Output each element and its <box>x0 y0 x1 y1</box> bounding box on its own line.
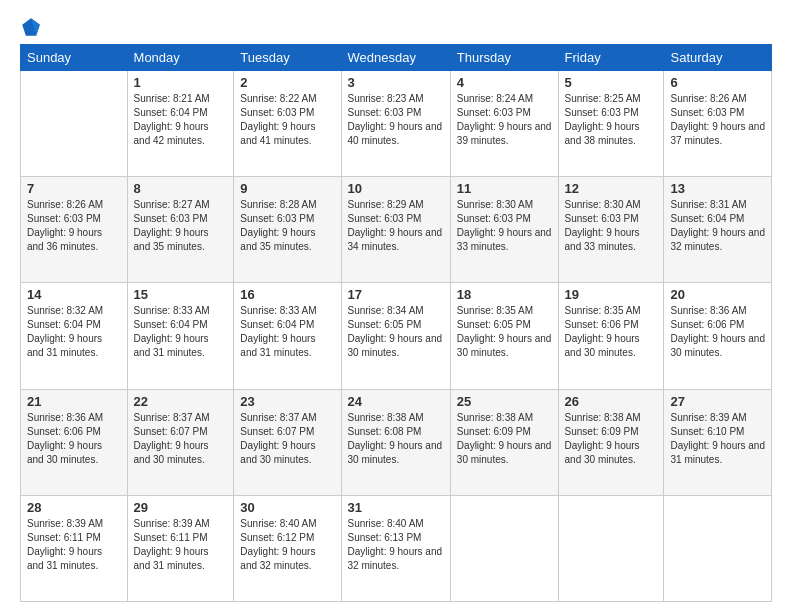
calendar-cell: 1Sunrise: 8:21 AMSunset: 6:04 PMDaylight… <box>127 71 234 177</box>
cell-day-number: 27 <box>670 394 765 409</box>
cell-info: Sunrise: 8:32 AMSunset: 6:04 PMDaylight:… <box>27 304 121 360</box>
calendar-cell: 29Sunrise: 8:39 AMSunset: 6:11 PMDayligh… <box>127 495 234 601</box>
cell-info: Sunrise: 8:22 AMSunset: 6:03 PMDaylight:… <box>240 92 334 148</box>
cell-info: Sunrise: 8:26 AMSunset: 6:03 PMDaylight:… <box>27 198 121 254</box>
calendar-cell <box>21 71 128 177</box>
cell-info: Sunrise: 8:34 AMSunset: 6:05 PMDaylight:… <box>348 304 444 360</box>
cell-day-number: 3 <box>348 75 444 90</box>
cell-day-number: 26 <box>565 394 658 409</box>
calendar-cell: 4Sunrise: 8:24 AMSunset: 6:03 PMDaylight… <box>450 71 558 177</box>
logo <box>20 16 46 38</box>
calendar-header-sunday: Sunday <box>21 45 128 71</box>
cell-day-number: 5 <box>565 75 658 90</box>
calendar-cell <box>558 495 664 601</box>
cell-day-number: 4 <box>457 75 552 90</box>
calendar-cell: 3Sunrise: 8:23 AMSunset: 6:03 PMDaylight… <box>341 71 450 177</box>
calendar-cell: 21Sunrise: 8:36 AMSunset: 6:06 PMDayligh… <box>21 389 128 495</box>
calendar-week-1: 1Sunrise: 8:21 AMSunset: 6:04 PMDaylight… <box>21 71 772 177</box>
calendar-header-thursday: Thursday <box>450 45 558 71</box>
cell-info: Sunrise: 8:33 AMSunset: 6:04 PMDaylight:… <box>134 304 228 360</box>
calendar-header-friday: Friday <box>558 45 664 71</box>
header <box>20 16 772 38</box>
cell-info: Sunrise: 8:21 AMSunset: 6:04 PMDaylight:… <box>134 92 228 148</box>
logo-icon <box>20 16 42 38</box>
calendar-cell: 24Sunrise: 8:38 AMSunset: 6:08 PMDayligh… <box>341 389 450 495</box>
calendar-cell: 18Sunrise: 8:35 AMSunset: 6:05 PMDayligh… <box>450 283 558 389</box>
calendar: SundayMondayTuesdayWednesdayThursdayFrid… <box>20 44 772 602</box>
cell-day-number: 18 <box>457 287 552 302</box>
cell-day-number: 12 <box>565 181 658 196</box>
calendar-cell: 28Sunrise: 8:39 AMSunset: 6:11 PMDayligh… <box>21 495 128 601</box>
cell-info: Sunrise: 8:36 AMSunset: 6:06 PMDaylight:… <box>27 411 121 467</box>
cell-info: Sunrise: 8:38 AMSunset: 6:09 PMDaylight:… <box>565 411 658 467</box>
cell-info: Sunrise: 8:24 AMSunset: 6:03 PMDaylight:… <box>457 92 552 148</box>
cell-day-number: 22 <box>134 394 228 409</box>
calendar-cell: 25Sunrise: 8:38 AMSunset: 6:09 PMDayligh… <box>450 389 558 495</box>
calendar-cell <box>664 495 772 601</box>
cell-info: Sunrise: 8:30 AMSunset: 6:03 PMDaylight:… <box>565 198 658 254</box>
calendar-cell <box>450 495 558 601</box>
cell-day-number: 9 <box>240 181 334 196</box>
cell-day-number: 24 <box>348 394 444 409</box>
cell-day-number: 21 <box>27 394 121 409</box>
cell-info: Sunrise: 8:33 AMSunset: 6:04 PMDaylight:… <box>240 304 334 360</box>
calendar-cell: 2Sunrise: 8:22 AMSunset: 6:03 PMDaylight… <box>234 71 341 177</box>
calendar-cell: 8Sunrise: 8:27 AMSunset: 6:03 PMDaylight… <box>127 177 234 283</box>
page: SundayMondayTuesdayWednesdayThursdayFrid… <box>0 0 792 612</box>
calendar-week-5: 28Sunrise: 8:39 AMSunset: 6:11 PMDayligh… <box>21 495 772 601</box>
cell-info: Sunrise: 8:39 AMSunset: 6:11 PMDaylight:… <box>27 517 121 573</box>
calendar-cell: 26Sunrise: 8:38 AMSunset: 6:09 PMDayligh… <box>558 389 664 495</box>
cell-info: Sunrise: 8:36 AMSunset: 6:06 PMDaylight:… <box>670 304 765 360</box>
cell-day-number: 14 <box>27 287 121 302</box>
calendar-header-tuesday: Tuesday <box>234 45 341 71</box>
cell-day-number: 13 <box>670 181 765 196</box>
calendar-header-monday: Monday <box>127 45 234 71</box>
cell-info: Sunrise: 8:39 AMSunset: 6:10 PMDaylight:… <box>670 411 765 467</box>
calendar-cell: 16Sunrise: 8:33 AMSunset: 6:04 PMDayligh… <box>234 283 341 389</box>
cell-info: Sunrise: 8:30 AMSunset: 6:03 PMDaylight:… <box>457 198 552 254</box>
cell-info: Sunrise: 8:40 AMSunset: 6:12 PMDaylight:… <box>240 517 334 573</box>
cell-info: Sunrise: 8:38 AMSunset: 6:09 PMDaylight:… <box>457 411 552 467</box>
calendar-week-2: 7Sunrise: 8:26 AMSunset: 6:03 PMDaylight… <box>21 177 772 283</box>
cell-day-number: 30 <box>240 500 334 515</box>
cell-info: Sunrise: 8:35 AMSunset: 6:05 PMDaylight:… <box>457 304 552 360</box>
calendar-cell: 20Sunrise: 8:36 AMSunset: 6:06 PMDayligh… <box>664 283 772 389</box>
cell-info: Sunrise: 8:25 AMSunset: 6:03 PMDaylight:… <box>565 92 658 148</box>
cell-day-number: 7 <box>27 181 121 196</box>
cell-day-number: 23 <box>240 394 334 409</box>
cell-day-number: 20 <box>670 287 765 302</box>
cell-day-number: 31 <box>348 500 444 515</box>
cell-day-number: 6 <box>670 75 765 90</box>
calendar-cell: 11Sunrise: 8:30 AMSunset: 6:03 PMDayligh… <box>450 177 558 283</box>
cell-day-number: 19 <box>565 287 658 302</box>
cell-info: Sunrise: 8:31 AMSunset: 6:04 PMDaylight:… <box>670 198 765 254</box>
cell-day-number: 8 <box>134 181 228 196</box>
calendar-cell: 13Sunrise: 8:31 AMSunset: 6:04 PMDayligh… <box>664 177 772 283</box>
calendar-week-4: 21Sunrise: 8:36 AMSunset: 6:06 PMDayligh… <box>21 389 772 495</box>
calendar-cell: 22Sunrise: 8:37 AMSunset: 6:07 PMDayligh… <box>127 389 234 495</box>
calendar-cell: 10Sunrise: 8:29 AMSunset: 6:03 PMDayligh… <box>341 177 450 283</box>
calendar-cell: 5Sunrise: 8:25 AMSunset: 6:03 PMDaylight… <box>558 71 664 177</box>
cell-day-number: 28 <box>27 500 121 515</box>
cell-info: Sunrise: 8:37 AMSunset: 6:07 PMDaylight:… <box>134 411 228 467</box>
calendar-cell: 31Sunrise: 8:40 AMSunset: 6:13 PMDayligh… <box>341 495 450 601</box>
cell-day-number: 10 <box>348 181 444 196</box>
cell-day-number: 29 <box>134 500 228 515</box>
calendar-cell: 14Sunrise: 8:32 AMSunset: 6:04 PMDayligh… <box>21 283 128 389</box>
cell-info: Sunrise: 8:37 AMSunset: 6:07 PMDaylight:… <box>240 411 334 467</box>
cell-day-number: 25 <box>457 394 552 409</box>
calendar-cell: 6Sunrise: 8:26 AMSunset: 6:03 PMDaylight… <box>664 71 772 177</box>
cell-info: Sunrise: 8:39 AMSunset: 6:11 PMDaylight:… <box>134 517 228 573</box>
cell-day-number: 11 <box>457 181 552 196</box>
cell-info: Sunrise: 8:23 AMSunset: 6:03 PMDaylight:… <box>348 92 444 148</box>
cell-info: Sunrise: 8:28 AMSunset: 6:03 PMDaylight:… <box>240 198 334 254</box>
calendar-cell: 12Sunrise: 8:30 AMSunset: 6:03 PMDayligh… <box>558 177 664 283</box>
cell-day-number: 16 <box>240 287 334 302</box>
calendar-header-saturday: Saturday <box>664 45 772 71</box>
calendar-header-row: SundayMondayTuesdayWednesdayThursdayFrid… <box>21 45 772 71</box>
calendar-cell: 9Sunrise: 8:28 AMSunset: 6:03 PMDaylight… <box>234 177 341 283</box>
cell-day-number: 1 <box>134 75 228 90</box>
calendar-cell: 19Sunrise: 8:35 AMSunset: 6:06 PMDayligh… <box>558 283 664 389</box>
calendar-header-wednesday: Wednesday <box>341 45 450 71</box>
cell-info: Sunrise: 8:38 AMSunset: 6:08 PMDaylight:… <box>348 411 444 467</box>
